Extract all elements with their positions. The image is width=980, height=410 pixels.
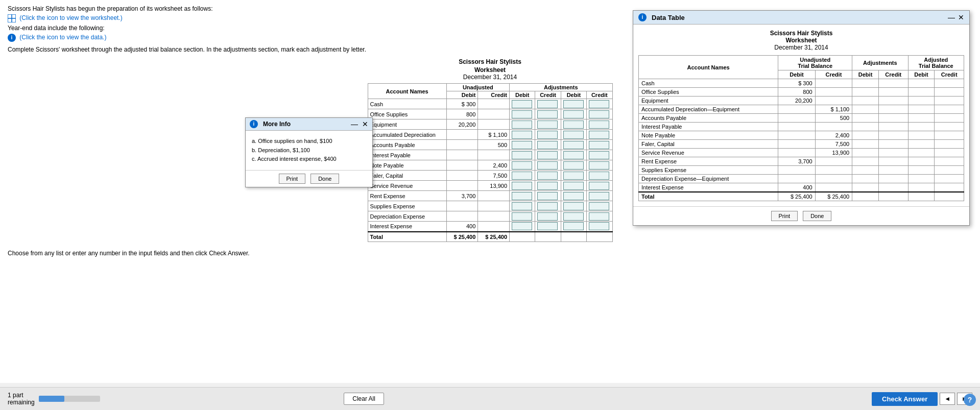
ws-adj-input-4-0[interactable] [510, 140, 535, 150]
ws-adj-input-12-0[interactable] [510, 222, 535, 232]
ws-adj-field-2-1[interactable] [537, 120, 558, 129]
ws-adj-field-12-3[interactable] [589, 222, 609, 230]
ws-adj-input-1-0[interactable] [510, 109, 535, 119]
ws-adj-input-6-2[interactable] [561, 160, 586, 171]
ws-adj-field-9-0[interactable] [512, 192, 532, 200]
ws-adj-field-7-1[interactable] [537, 172, 558, 180]
dt-done-btn[interactable]: Done [803, 211, 831, 221]
grid-icon[interactable] [8, 14, 16, 22]
ws-adj-input-10-3[interactable] [587, 201, 612, 211]
ws-adj-field-2-0[interactable] [512, 120, 532, 129]
ws-adj-input-12-1[interactable] [535, 222, 561, 232]
ws-adj-input-10-2[interactable] [561, 201, 586, 211]
ws-adj-input-1-1[interactable] [535, 109, 561, 119]
ws-adj-input-3-0[interactable] [510, 130, 535, 140]
ws-adj-field-0-1[interactable] [537, 100, 558, 108]
ws-adj-field-6-2[interactable] [563, 161, 584, 170]
ws-adj-input-8-0[interactable] [510, 181, 535, 191]
ws-adj-input-10-0[interactable] [510, 201, 535, 211]
more-info-done-btn[interactable]: Done [310, 174, 339, 184]
ws-adj-field-7-3[interactable] [589, 172, 609, 180]
ws-adj-field-1-3[interactable] [589, 110, 609, 118]
ws-adj-input-5-1[interactable] [535, 150, 561, 160]
ws-adj-input-7-2[interactable] [561, 171, 586, 181]
ws-adj-input-9-3[interactable] [587, 191, 612, 201]
ws-adj-field-5-2[interactable] [563, 151, 584, 159]
ws-adj-field-8-1[interactable] [537, 182, 558, 190]
ws-adj-input-3-3[interactable] [587, 130, 612, 140]
ws-adj-field-1-1[interactable] [537, 110, 558, 118]
ws-adj-field-3-0[interactable] [512, 131, 532, 139]
ws-adj-input-4-3[interactable] [587, 140, 612, 150]
ws-adj-field-0-3[interactable] [589, 100, 609, 108]
ws-adj-field-10-3[interactable] [589, 202, 609, 210]
ws-adj-field-8-0[interactable] [512, 182, 532, 190]
ws-adj-input-6-0[interactable] [510, 160, 535, 171]
ws-adj-input-5-0[interactable] [510, 150, 535, 160]
ws-adj-input-12-2[interactable] [561, 222, 586, 232]
ws-adj-input-6-1[interactable] [535, 160, 561, 171]
ws-adj-field-4-1[interactable] [537, 141, 558, 149]
ws-adj-field-6-1[interactable] [537, 161, 558, 170]
ws-adj-input-9-0[interactable] [510, 191, 535, 201]
ws-adj-input-0-2[interactable] [561, 99, 586, 109]
ws-adj-input-11-3[interactable] [587, 211, 612, 222]
ws-adj-input-8-2[interactable] [561, 181, 586, 191]
ws-adj-input-1-2[interactable] [561, 109, 586, 119]
ws-adj-field-3-1[interactable] [537, 131, 558, 139]
data-link[interactable]: (Click the icon to view the data.) [19, 34, 106, 41]
ws-adj-field-2-2[interactable] [563, 120, 584, 129]
ws-adj-input-0-1[interactable] [535, 99, 561, 109]
ws-adj-input-2-1[interactable] [535, 119, 561, 130]
ws-adj-field-0-2[interactable] [563, 100, 584, 108]
ws-adj-input-9-1[interactable] [535, 191, 561, 201]
ws-adj-input-6-3[interactable] [587, 160, 612, 171]
ws-adj-field-8-3[interactable] [589, 182, 609, 190]
ws-adj-field-8-2[interactable] [563, 182, 584, 190]
ws-adj-field-4-2[interactable] [563, 141, 584, 149]
ws-adj-field-7-2[interactable] [563, 172, 584, 180]
ws-adj-field-5-1[interactable] [537, 151, 558, 159]
ws-adj-input-7-0[interactable] [510, 171, 535, 181]
ws-adj-input-5-2[interactable] [561, 150, 586, 160]
ws-adj-field-9-2[interactable] [563, 192, 584, 200]
ws-adj-input-3-1[interactable] [535, 130, 561, 140]
ws-adj-input-0-0[interactable] [510, 99, 535, 109]
ws-adj-field-12-1[interactable] [537, 222, 558, 230]
ws-adj-input-2-3[interactable] [587, 119, 612, 130]
info-icon[interactable]: i [8, 34, 16, 42]
ws-adj-input-8-3[interactable] [587, 181, 612, 191]
ws-adj-input-8-1[interactable] [535, 181, 561, 191]
ws-adj-input-10-1[interactable] [535, 201, 561, 211]
ws-adj-field-11-3[interactable] [589, 212, 609, 221]
ws-adj-field-9-3[interactable] [589, 192, 609, 200]
ws-adj-field-6-3[interactable] [589, 161, 609, 170]
ws-adj-field-3-3[interactable] [589, 131, 609, 139]
ws-adj-field-4-3[interactable] [589, 141, 609, 149]
ws-adj-field-7-0[interactable] [512, 172, 532, 180]
dt-close[interactable]: ✕ [958, 13, 964, 21]
dt-minimize[interactable]: — [948, 13, 955, 21]
worksheet-link[interactable]: (Click the icon to view the worksheet.) [19, 14, 122, 21]
ws-adj-input-9-2[interactable] [561, 191, 586, 201]
ws-adj-field-3-2[interactable] [563, 131, 584, 139]
ws-adj-input-11-2[interactable] [561, 211, 586, 222]
ws-adj-field-5-3[interactable] [589, 151, 609, 159]
ws-adj-input-3-2[interactable] [561, 130, 586, 140]
ws-adj-field-2-3[interactable] [589, 120, 609, 129]
ws-adj-input-11-0[interactable] [510, 211, 535, 222]
ws-adj-field-10-0[interactable] [512, 202, 532, 210]
ws-adj-input-7-1[interactable] [535, 171, 561, 181]
ws-adj-input-0-3[interactable] [587, 99, 612, 109]
ws-adj-field-11-2[interactable] [563, 212, 584, 221]
ws-adj-field-12-0[interactable] [512, 222, 532, 230]
ws-adj-input-7-3[interactable] [587, 171, 612, 181]
ws-adj-field-10-1[interactable] [537, 202, 558, 210]
ws-adj-input-11-1[interactable] [535, 211, 561, 222]
ws-adj-input-2-2[interactable] [561, 119, 586, 130]
ws-adj-field-5-0[interactable] [512, 151, 532, 159]
ws-adj-field-12-2[interactable] [563, 222, 584, 230]
dt-print-btn[interactable]: Print [771, 211, 798, 221]
ws-adj-input-12-3[interactable] [587, 222, 612, 232]
ws-adj-field-1-0[interactable] [512, 110, 532, 118]
